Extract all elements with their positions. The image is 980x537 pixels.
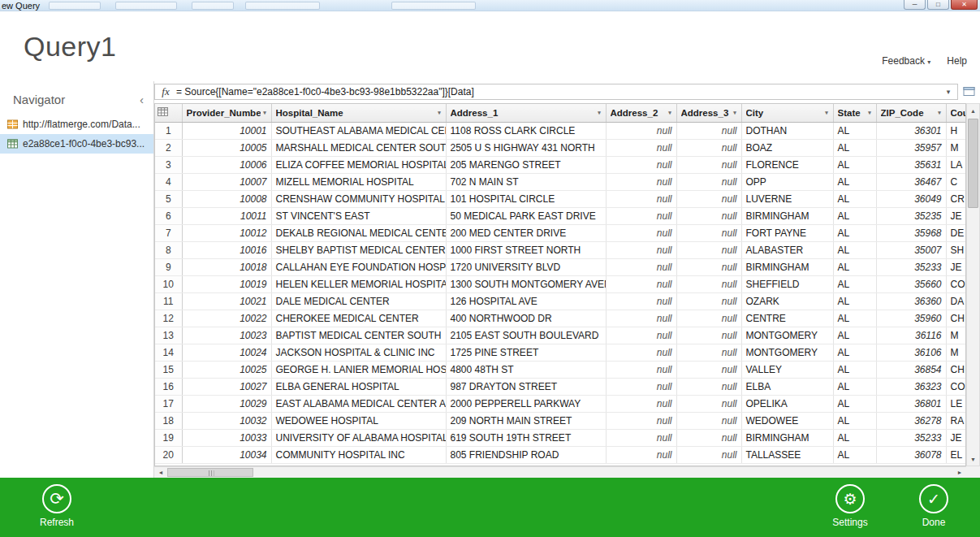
table-cell[interactable]: 10021 (182, 292, 271, 310)
vertical-scrollbar[interactable]: ▲ ▼ (966, 103, 980, 466)
table-cell[interactable]: null (606, 224, 676, 241)
table-cell[interactable]: RA (946, 412, 966, 429)
table-cell[interactable]: DOTHAN (741, 122, 833, 139)
table-cell[interactable]: AL (833, 361, 876, 378)
filter-dropdown-icon[interactable]: ▾ (731, 110, 740, 116)
column-header-address_3[interactable]: Address_3▾ (676, 104, 741, 122)
table-cell[interactable]: 619 SOUTH 19TH STREET (446, 429, 606, 446)
table-cell[interactable]: 36106 (876, 344, 946, 361)
table-cell[interactable]: JE (946, 429, 966, 446)
minimize-button[interactable]: ─ (904, 0, 926, 10)
table-cell[interactable]: null (676, 275, 741, 292)
table-cell[interactable]: MONTGOMERY (741, 327, 833, 344)
table-cell[interactable]: 35007 (876, 241, 946, 258)
table-cell[interactable]: JACKSON HOSPITAL & CLINIC INC (271, 344, 446, 361)
row-number[interactable]: 9 (155, 258, 182, 275)
table-cell[interactable]: CENTRE (741, 310, 833, 327)
table-cell[interactable]: 10011 (182, 207, 271, 224)
nav-item-table[interactable]: e2a88ce1-f0c0-4be3-bc93... (0, 134, 153, 154)
table-cell[interactable]: OZARK (741, 292, 833, 310)
table-cell[interactable]: 101 HOSPITAL CIRCLE (446, 190, 606, 207)
table-cell[interactable]: DALE MEDICAL CENTER (271, 292, 446, 310)
done-button[interactable]: ✓ Done (901, 484, 966, 528)
scroll-right-arrow[interactable]: ► (953, 467, 966, 478)
table-cell[interactable]: 35660 (876, 275, 946, 292)
table-cell[interactable]: SH (946, 241, 966, 258)
column-header-provider_number[interactable]: Provider_Number▾ (182, 104, 271, 122)
table-cell[interactable]: 400 NORTHWOOD DR (446, 310, 606, 327)
table-cell[interactable]: COMMUNITY HOSPITAL INC (271, 446, 446, 463)
table-cell[interactable]: null (676, 395, 741, 412)
horizontal-scrollbar[interactable]: ◄ ► (154, 466, 966, 478)
table-cell[interactable]: null (606, 292, 676, 310)
table-cell[interactable]: MARSHALL MEDICAL CENTER SOUTH (271, 139, 446, 156)
table-cell[interactable]: VALLEY (741, 361, 833, 378)
table-cell[interactable]: 10022 (182, 310, 271, 327)
table-cell[interactable]: 36801 (876, 395, 946, 412)
table-cell[interactable]: C (946, 173, 966, 190)
table-cell[interactable]: EAST ALABAMA MEDICAL CENTER AND SNF (271, 395, 446, 412)
maximize-button[interactable]: □ (927, 0, 949, 10)
table-cell[interactable]: 36323 (876, 378, 946, 395)
table-cell[interactable]: 1000 FIRST STREET NORTH (446, 241, 606, 258)
table-cell[interactable]: null (676, 310, 741, 327)
filter-dropdown-icon[interactable]: ▾ (435, 110, 444, 116)
table-cell[interactable]: 50 MEDICAL PARK EAST DRIVE (446, 207, 606, 224)
column-header-address_1[interactable]: Address_1▾ (446, 104, 606, 122)
table-cell[interactable]: BIRMINGHAM (741, 207, 833, 224)
table-cell[interactable]: null (606, 173, 676, 190)
row-number[interactable]: 16 (155, 378, 182, 395)
table-cell[interactable]: CH (946, 310, 966, 327)
feedback-menu[interactable]: Feedback ▾ (882, 55, 930, 67)
scroll-down-arrow[interactable]: ▼ (967, 453, 979, 466)
table-cell[interactable]: MIZELL MEMORIAL HOSPITAL (271, 173, 446, 190)
table-cell[interactable]: 10007 (182, 173, 271, 190)
table-cell[interactable]: 10025 (182, 361, 271, 378)
expand-formula-bar-icon[interactable] (963, 86, 975, 97)
table-cell[interactable]: AL (833, 310, 876, 327)
row-number[interactable]: 19 (155, 429, 182, 446)
table-cell[interactable]: null (606, 310, 676, 327)
table-cell[interactable]: BIRMINGHAM (741, 429, 833, 446)
table-cell[interactable]: CR (946, 190, 966, 207)
table-cell[interactable]: 10034 (182, 446, 271, 463)
table-cell[interactable]: AL (833, 412, 876, 429)
table-cell[interactable]: 35233 (876, 258, 946, 275)
column-header-hospital_name[interactable]: Hospital_Name▾ (271, 104, 446, 122)
table-cell[interactable]: AL (833, 156, 876, 173)
row-number[interactable]: 4 (155, 173, 182, 190)
table-cell[interactable]: AL (833, 395, 876, 412)
table-cell[interactable]: CALLAHAN EYE FOUNDATION HOSPITAL (271, 258, 446, 275)
row-number[interactable]: 7 (155, 224, 182, 241)
table-cell[interactable]: 200 MED CENTER DRIVE (446, 224, 606, 241)
table-cell[interactable]: null (606, 412, 676, 429)
table-cell[interactable]: 10023 (182, 327, 271, 344)
table-cell[interactable]: 36049 (876, 190, 946, 207)
table-cell[interactable]: 35957 (876, 139, 946, 156)
table-cell[interactable]: TALLASSEE (741, 446, 833, 463)
table-cell[interactable]: FLORENCE (741, 156, 833, 173)
table-cell[interactable]: 10019 (182, 275, 271, 292)
table-cell[interactable]: WEDOWEE (741, 412, 833, 429)
table-cell[interactable]: AL (833, 122, 876, 139)
formula-text[interactable]: = Source{[Name="e2a88ce1-f0c0-4be3-bc93-… (176, 86, 939, 97)
table-cell[interactable]: 10006 (182, 156, 271, 173)
filter-dropdown-icon[interactable]: ▾ (822, 110, 831, 116)
table-cell[interactable]: null (606, 361, 676, 378)
row-number[interactable]: 18 (155, 412, 182, 429)
table-cell[interactable]: null (606, 122, 676, 139)
scroll-up-arrow[interactable]: ▲ (967, 104, 979, 117)
table-cell[interactable]: 36360 (876, 292, 946, 310)
table-cell[interactable]: null (676, 429, 741, 446)
table-cell[interactable]: null (676, 241, 741, 258)
row-number[interactable]: 13 (155, 327, 182, 344)
filter-dropdown-icon[interactable]: ▾ (866, 110, 874, 116)
table-cell[interactable]: null (676, 327, 741, 344)
table-cell[interactable]: null (676, 122, 741, 139)
table-cell[interactable]: 1720 UNIVERSITY BLVD (446, 258, 606, 275)
table-cell[interactable]: DA (946, 292, 966, 310)
table-cell[interactable]: null (676, 361, 741, 378)
table-cell[interactable]: null (676, 446, 741, 463)
table-cell[interactable]: null (606, 258, 676, 275)
table-cell[interactable]: 2505 U S HIGHWAY 431 NORTH (446, 139, 606, 156)
